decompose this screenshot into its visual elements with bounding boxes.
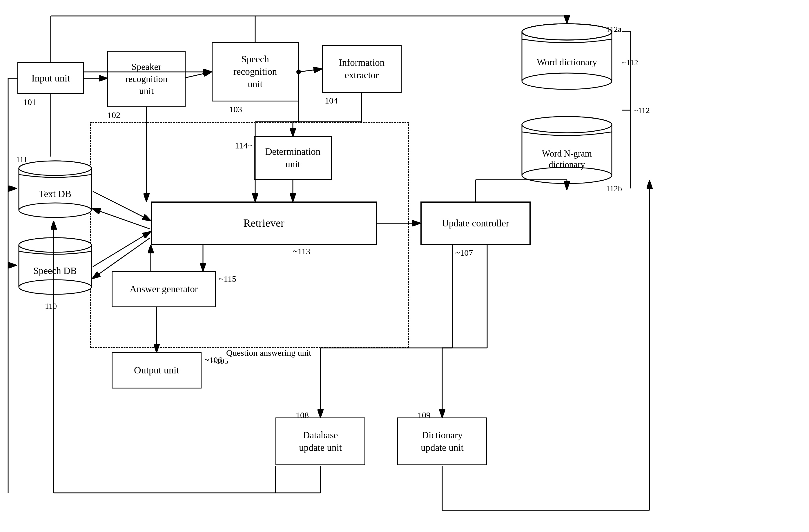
- determination-unit-label: Determinationunit: [265, 145, 321, 170]
- retriever-box: Retriever: [151, 202, 377, 245]
- ref-104: 104: [325, 96, 338, 105]
- speech-recognition-box: Speechrecognitionunit: [212, 42, 299, 102]
- determination-unit-box: Determinationunit: [254, 136, 332, 180]
- ref-112: ~112: [622, 58, 638, 67]
- answer-generator-label: Answer generator: [130, 283, 198, 295]
- svg-point-27: [19, 280, 91, 294]
- database-update-box: Databaseupdate unit: [275, 417, 365, 465]
- word-ngram-cylinder: Word N-gram dictionary: [519, 116, 615, 188]
- svg-point-12: [522, 167, 612, 184]
- ref-112b: 112b: [606, 184, 622, 193]
- ref-113: ~113: [293, 246, 310, 256]
- update-controller-box: Update controller: [420, 202, 531, 245]
- svg-line-36: [299, 69, 321, 72]
- ref-108: 108: [296, 410, 309, 420]
- input-unit-label: Input unit: [31, 72, 70, 85]
- ref-110: 110: [45, 302, 57, 311]
- word-dictionary-cylinder: Word dictionary: [519, 23, 615, 93]
- output-unit-label: Output unit: [134, 364, 179, 377]
- text-db-cylinder: Text DB: [16, 159, 94, 222]
- input-unit-box: Input unit: [17, 62, 84, 94]
- svg-text:Word N-gram: Word N-gram: [542, 149, 592, 159]
- output-unit-box: Output unit: [111, 352, 202, 389]
- update-controller-label: Update controller: [442, 217, 509, 229]
- svg-text:Word dictionary: Word dictionary: [537, 57, 597, 67]
- ref-109: 109: [417, 410, 431, 420]
- ref-103: 103: [229, 104, 242, 114]
- answer-generator-box: Answer generator: [111, 271, 216, 307]
- information-extractor-box: Informationextractor: [322, 45, 401, 93]
- retriever-label: Retriever: [243, 216, 284, 230]
- svg-point-13: [522, 117, 612, 133]
- ref-115: ~115: [219, 274, 236, 284]
- svg-text:dictionary: dictionary: [549, 159, 585, 170]
- svg-point-21: [19, 161, 91, 175]
- dictionary-update-label: Dictionaryupdate unit: [421, 429, 464, 454]
- svg-text:~112: ~112: [634, 106, 650, 115]
- information-extractor-label: Informationextractor: [339, 56, 385, 82]
- svg-point-20: [19, 203, 91, 218]
- ref-114: 114~: [235, 141, 252, 151]
- svg-point-28: [19, 238, 91, 252]
- dictionary-update-box: Dictionaryupdate unit: [397, 417, 487, 465]
- svg-point-4: [522, 73, 612, 89]
- ref-102: 102: [107, 110, 120, 120]
- speech-recognition-label: Speechrecognitionunit: [234, 53, 277, 90]
- database-update-label: Databaseupdate unit: [299, 429, 342, 454]
- ref-101: 101: [23, 97, 36, 107]
- ref-107: ~107: [455, 248, 473, 258]
- question-answering-label: Question answering unit: [226, 348, 311, 358]
- speech-db-cylinder: Speech DB: [16, 236, 94, 298]
- speaker-recognition-label: Speakerrecognitionunit: [125, 61, 168, 97]
- ref-112a: 112a: [606, 24, 621, 34]
- svg-line-35: [186, 72, 211, 78]
- ref-111: 111: [16, 155, 28, 165]
- ref-106: ~106: [204, 355, 222, 365]
- svg-text:Speech DB: Speech DB: [33, 265, 76, 276]
- speaker-recognition-box: Speakerrecognitionunit: [107, 51, 186, 107]
- svg-text:Text DB: Text DB: [39, 189, 71, 199]
